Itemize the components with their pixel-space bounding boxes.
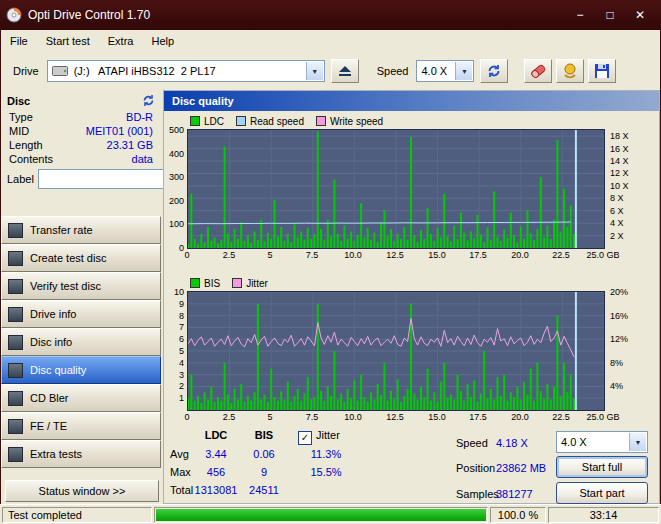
menu-file[interactable]: File (1, 32, 37, 50)
drive-info-icon (8, 307, 23, 322)
menu-start-test[interactable]: Start test (37, 32, 99, 50)
sidebar: Disc Type BD-R MID MEIT01 (001) Length 2… (1, 90, 162, 504)
speed-select[interactable]: 4.0 X ▼ (416, 60, 474, 82)
start-full-button[interactable]: Start full (556, 456, 648, 478)
disc-info-icon (8, 335, 23, 350)
sidebar-item-cd-bler[interactable]: CD Bler (1, 384, 161, 412)
avg-bis-value: 0.06 (236, 448, 292, 460)
drive-label: Drive (13, 65, 39, 77)
bis-column-header: BIS (236, 429, 292, 441)
legend-swatch (232, 278, 242, 288)
sidebar-item-disc-info[interactable]: Disc info (1, 328, 161, 356)
axis-tick: 12% (607, 333, 641, 345)
axis-tick: 10 X (607, 180, 641, 192)
status-window-button[interactable]: Status window >> (5, 480, 159, 502)
menu-extra[interactable]: Extra (99, 32, 143, 50)
disc-contents-value[interactable]: data (132, 153, 153, 165)
axis-tick: 15.0 (415, 250, 459, 260)
legend-swatch (316, 116, 326, 126)
donate-button[interactable] (556, 59, 584, 83)
axis-tick: 20.0 (498, 412, 542, 422)
eject-icon (338, 65, 352, 77)
progress-percent: 100.0 % (490, 507, 546, 523)
axis-tick: 8 X (607, 192, 641, 204)
disc-quality-bis-jitter-chart (188, 292, 604, 410)
legend-label: Jitter (246, 278, 268, 289)
hand-coin-icon (562, 63, 578, 79)
disc-mid-label: MID (9, 125, 29, 137)
axis-tick: 2.5 (207, 250, 251, 260)
progress-fill (156, 509, 486, 521)
close-icon: ✕ (635, 8, 645, 22)
result-speed-select[interactable]: 4.0 X ▼ (556, 431, 648, 453)
drive-dropdown-arrow-icon[interactable]: ▼ (306, 62, 323, 80)
refresh-icon (487, 64, 501, 78)
axis-tick: 300 (164, 171, 186, 183)
maximize-button[interactable]: □ (595, 3, 625, 27)
axis-tick: 1 (164, 392, 186, 404)
status-message: Test completed (2, 507, 152, 523)
eject-button[interactable] (331, 59, 359, 83)
avg-jitter-value: 11.3% (296, 448, 356, 460)
axis-tick: 500 (164, 124, 186, 136)
sidebar-item-fe-te[interactable]: FE / TE (1, 412, 161, 440)
legend-swatch (190, 116, 200, 126)
axis-tick: 17.5 (456, 250, 500, 260)
sidebar-item-disc-quality[interactable]: Disc quality (1, 356, 161, 384)
axis-tick: 10.0 (331, 412, 375, 422)
axis-tick: 25.0 GB (581, 412, 625, 422)
sidebar-item-extra-tests[interactable]: Extra tests (1, 440, 161, 468)
checkmark-icon: ✓ (301, 432, 309, 443)
legend-label: Write speed (330, 116, 383, 127)
menu-help[interactable]: Help (142, 32, 183, 50)
cd-bler-icon (8, 391, 23, 406)
sidebar-item-create-test-disc[interactable]: Create test disc (1, 244, 161, 272)
axis-tick: 10 (164, 286, 186, 298)
axis-tick: 5 (248, 412, 292, 422)
axis-tick: 2 (164, 380, 186, 392)
speed-stat-value: 4.18 X (496, 437, 552, 449)
axis-tick: 6 (164, 333, 186, 345)
sidebar-item-verify-test-disc[interactable]: Verify test disc (1, 272, 161, 300)
chart2-plot (187, 291, 605, 411)
axis-tick: 12.5 (373, 250, 417, 260)
progress-bar (154, 507, 488, 523)
chart2-x-axis: 02.557.510.012.515.017.520.022.525.0 GB (187, 412, 657, 424)
erase-disc-button[interactable] (524, 59, 552, 83)
legend-label: Read speed (250, 116, 304, 127)
speed-select-value: 4.0 X (421, 65, 447, 77)
sidebar-item-transfer-rate[interactable]: Transfer rate (1, 216, 161, 244)
disc-row-length: Length 23.31 GB (3, 138, 159, 152)
disc-quality-icon (8, 363, 23, 378)
minimize-button[interactable]: − (565, 3, 595, 27)
max-jitter-value: 15.5% (296, 466, 356, 478)
close-button[interactable]: ✕ (625, 3, 655, 27)
axis-tick: 15.0 (415, 412, 459, 422)
chart1-left-axis: 5004003002001000 (164, 130, 186, 248)
disc-info-panel: Disc Type BD-R MID MEIT01 (001) Length 2… (3, 92, 159, 192)
result-speed-dropdown-arrow-icon[interactable]: ▼ (629, 433, 646, 451)
speed-dropdown-arrow-icon[interactable]: ▼ (455, 62, 472, 80)
axis-tick: 22.5 (539, 412, 583, 422)
disc-refresh-button[interactable] (142, 94, 155, 107)
axis-tick: 0 (165, 412, 209, 422)
axis-tick: 7 (164, 321, 186, 333)
disc-quality-ldc-chart (188, 130, 604, 248)
window-title: Opti Drive Control 1.70 (28, 8, 150, 22)
start-part-button[interactable]: Start part (556, 482, 648, 504)
sidebar-item-drive-info[interactable]: Drive info (1, 300, 161, 328)
refresh-button[interactable] (480, 59, 508, 83)
axis-tick: 16% (607, 310, 641, 322)
drive-select-value: (J:) ATAPI iHBS312 2 PL17 (74, 65, 216, 77)
axis-tick: 200 (164, 195, 186, 207)
save-report-button[interactable] (588, 59, 616, 83)
axis-tick: 14 X (607, 155, 641, 167)
axis-tick: 12 X (607, 167, 641, 179)
axis-tick: 8% (607, 357, 641, 369)
drive-select[interactable]: (J:) ATAPI iHBS312 2 PL17 ▼ (47, 60, 325, 82)
jitter-checkbox[interactable]: ✓ (298, 431, 312, 445)
disc-panel-title: Disc (7, 95, 30, 107)
disc-row-contents: Contents data (3, 152, 159, 166)
disc-mid-value: MEIT01 (001) (86, 125, 153, 137)
disc-type-label: Type (9, 111, 33, 123)
